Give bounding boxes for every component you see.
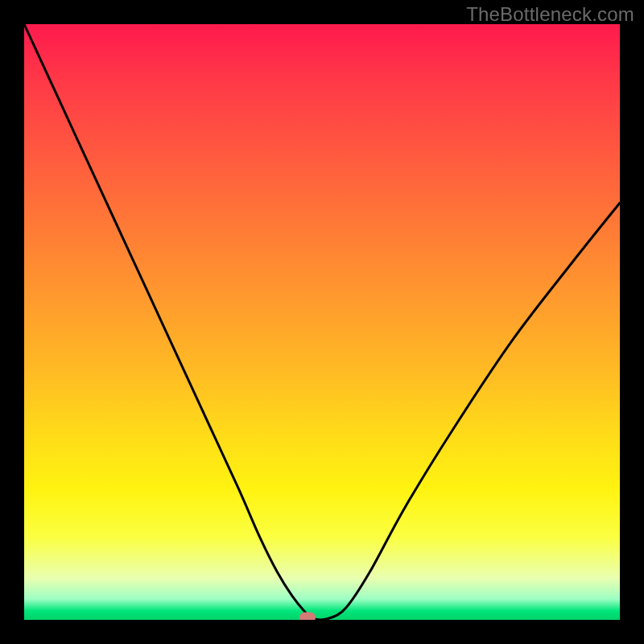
watermark-text: TheBottleneck.com [466,3,634,26]
plot-area [24,24,620,620]
bottleneck-curve [24,24,620,620]
chart-frame: TheBottleneck.com [0,0,644,644]
minimum-marker [299,613,316,620]
